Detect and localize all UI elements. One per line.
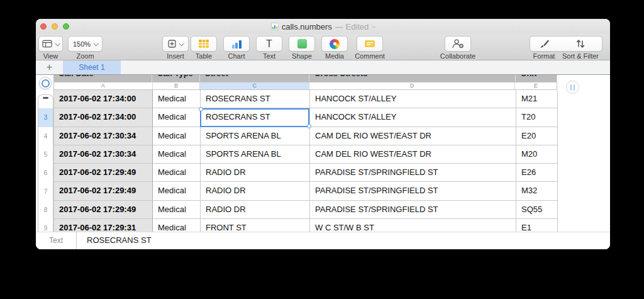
minimize-button[interactable] (52, 23, 58, 30)
cell-C3[interactable]: ROSECRANS ST (201, 108, 310, 127)
comment-button[interactable] (357, 36, 383, 52)
cell-D7[interactable]: PARADISE ST/SPRINGFIELD ST (310, 182, 516, 200)
cell-A8[interactable]: 2017-06-02 17:29:49 (54, 201, 153, 219)
cell-D4[interactable]: CAM DEL RIO WEST/EAST DR (310, 127, 516, 145)
sheet-tab-bar: + Sheet 1 (36, 60, 610, 75)
tab-sheet-1[interactable]: Sheet 1 (63, 60, 121, 74)
cell-B4[interactable]: Medical (153, 127, 201, 145)
cell-A6[interactable]: 2017-06-02 17:29:49 (54, 164, 153, 182)
cell-E5[interactable]: M20 (516, 145, 558, 164)
cell-A2[interactable]: 2017-06-02 17:34:00 (54, 90, 153, 108)
sort-filter-button[interactable] (558, 37, 602, 51)
table-icon (199, 40, 209, 48)
zoom-label: Zoom (76, 52, 94, 60)
column-letter-b[interactable]: B (153, 82, 201, 89)
column-header-call-type[interactable]: Call Type (152, 75, 200, 82)
insert-shape-icon (168, 40, 176, 48)
cell-E7[interactable]: M32 (516, 182, 558, 200)
cell-C9[interactable]: FRONT ST (201, 219, 310, 232)
document-title: calls.numbers (282, 22, 332, 31)
cell-E3[interactable]: T20 (516, 108, 558, 127)
zoom-button[interactable]: 150% (68, 36, 103, 52)
cell-C6[interactable]: RADIO DR (201, 164, 310, 182)
format-button[interactable] (530, 37, 558, 51)
add-sheet-button[interactable]: + (36, 60, 63, 74)
column-letter-c[interactable]: C (200, 82, 309, 89)
shape-button[interactable] (289, 36, 315, 52)
row-number-rail: 3456789 (38, 94, 53, 232)
table-button[interactable] (191, 36, 217, 52)
cell-B9[interactable]: Medical (153, 219, 201, 232)
cell-E9[interactable]: E1 (516, 219, 558, 232)
column-letter-e[interactable]: E (515, 82, 557, 89)
text-button[interactable]: T (256, 36, 282, 52)
media-button[interactable] (321, 36, 348, 52)
cell-A3[interactable]: 2017-06-02 17:34:00 (54, 108, 153, 127)
column-header-call-date[interactable]: Call Date (53, 75, 152, 82)
table-select-handle[interactable] (39, 77, 52, 89)
column-header-street[interactable]: Street (200, 75, 309, 82)
zoom-value: 150% (73, 40, 91, 48)
format-sort-group: Format Sort & Filter (530, 36, 602, 52)
collaborate-person-icon (452, 39, 464, 48)
collaborate-tool: Collaborate (445, 36, 471, 52)
cell-D5[interactable]: CAM DEL RIO WEST/EAST DR (310, 145, 516, 164)
close-button[interactable] (40, 23, 47, 30)
insert-button[interactable] (162, 36, 189, 52)
row-number-6[interactable]: 6 (38, 164, 53, 182)
cell-B3[interactable]: Medical (153, 108, 201, 127)
toolbar: View 150% Zoom Insert (36, 34, 610, 60)
view-button[interactable] (38, 36, 63, 52)
cell-B5[interactable]: Medical (153, 145, 201, 164)
cell-D2[interactable]: HANCOCK ST/ALLEY (310, 90, 516, 108)
cell-format-type[interactable]: Text (36, 232, 77, 249)
cell-C5[interactable]: SPORTS ARENA BL (201, 145, 310, 164)
column-letter-a[interactable]: A (54, 82, 153, 89)
sheet-canvas: Call DateCall TypeStreetCross StreetsUni… (36, 75, 610, 232)
shape-label: Shape (292, 52, 312, 60)
column-header-cross-streets[interactable]: Cross Streets (309, 75, 516, 82)
format-sort-segmented-control (530, 36, 602, 52)
row-number-7[interactable]: 7 (38, 183, 53, 201)
add-column-handle[interactable] (566, 81, 579, 94)
row-number-clipped (43, 97, 48, 99)
row-number-4[interactable]: 4 (38, 127, 53, 145)
cell-C8[interactable]: RADIO DR (201, 201, 310, 219)
cell-A5[interactable]: 2017-06-02 17:30:34 (54, 145, 153, 164)
collaborate-label: Collaborate (440, 52, 475, 60)
collaborate-button[interactable] (445, 36, 471, 52)
chevron-down-icon (94, 41, 99, 46)
comment-label: Comment (355, 52, 385, 60)
cell-A4[interactable]: 2017-06-02 17:30:34 (54, 127, 153, 145)
cell-E2[interactable]: M21 (516, 90, 558, 108)
cell-C2[interactable]: ROSECRANS ST (201, 90, 310, 108)
title-chevron-icon[interactable] (372, 24, 376, 28)
row-number-8[interactable]: 8 (38, 201, 53, 219)
cell-content-text[interactable]: ROSECRANS ST (87, 232, 152, 249)
column-letter-d[interactable]: D (309, 82, 515, 89)
cell-C7[interactable]: RADIO DR (201, 182, 310, 200)
row-number-3[interactable]: 3 (38, 108, 53, 127)
chevron-down-icon (55, 41, 60, 46)
cell-D6[interactable]: PARADISE ST/SPRINGFIELD ST (310, 164, 516, 182)
cell-E4[interactable]: E20 (516, 127, 558, 145)
column-header-unit[interactable]: Unit (516, 75, 557, 82)
cell-A7[interactable]: 2017-06-02 17:29:49 (54, 182, 153, 200)
row-number-5[interactable]: 5 (38, 145, 53, 164)
row-number-9[interactable]: 9 (38, 219, 53, 232)
fullscreen-button[interactable] (63, 23, 69, 30)
insert-tool: Insert (162, 36, 189, 52)
cell-B6[interactable]: Medical (153, 164, 201, 182)
cell-D3[interactable]: HANCOCK ST/ALLEY (310, 108, 516, 127)
cell-B8[interactable]: Medical (153, 201, 201, 219)
cell-B7[interactable]: Medical (153, 182, 201, 200)
cell-E8[interactable]: SQ55 (516, 201, 558, 219)
cell-D9[interactable]: W C ST/W B ST (310, 219, 516, 232)
bar-chart-icon (232, 40, 242, 48)
cell-B2[interactable]: Medical (153, 90, 201, 108)
cell-A9[interactable]: 2017-06-02 17:29:31 (54, 219, 153, 232)
cell-D8[interactable]: PARADISE ST/SPRINGFIELD ST (310, 201, 516, 219)
cell-C4[interactable]: SPORTS ARENA BL (201, 127, 310, 145)
cell-E6[interactable]: E26 (516, 164, 558, 182)
chart-button[interactable] (223, 36, 250, 52)
